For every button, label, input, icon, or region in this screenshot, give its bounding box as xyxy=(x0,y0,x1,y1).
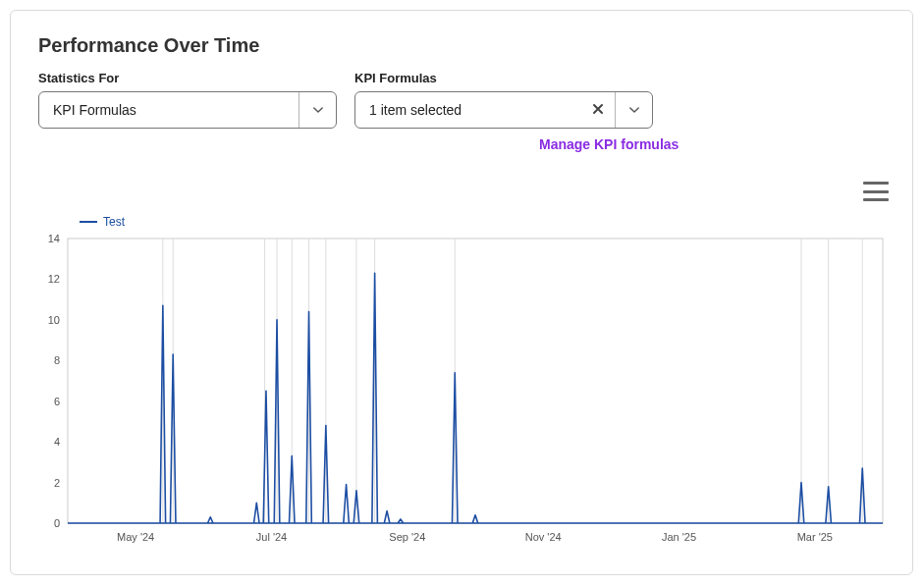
svg-text:0: 0 xyxy=(54,517,60,529)
svg-text:May '24: May '24 xyxy=(117,531,154,543)
close-icon xyxy=(592,103,604,115)
hamburger-icon xyxy=(863,182,889,185)
svg-text:12: 12 xyxy=(48,273,60,285)
chevron-down-icon xyxy=(311,103,325,117)
controls-row: Statistics For KPI Formulas KPI Formulas… xyxy=(38,71,885,129)
svg-text:4: 4 xyxy=(54,436,60,448)
manage-row: Manage KPI formulas xyxy=(38,136,885,152)
svg-text:Nov '24: Nov '24 xyxy=(525,531,562,543)
stats-for-caret[interactable] xyxy=(299,92,336,128)
svg-text:Sep '24: Sep '24 xyxy=(389,531,425,543)
svg-text:10: 10 xyxy=(48,314,60,326)
chart-menu-button[interactable] xyxy=(863,182,889,201)
kpi-formulas-value: 1 item selected xyxy=(355,102,581,118)
svg-rect-0 xyxy=(68,239,883,523)
stats-for-group: Statistics For KPI Formulas xyxy=(38,71,337,129)
legend-swatch xyxy=(80,221,97,223)
svg-text:6: 6 xyxy=(54,396,60,407)
kpi-formulas-select[interactable]: 1 item selected xyxy=(354,91,653,129)
stats-for-value: KPI Formulas xyxy=(39,102,299,118)
stats-for-label: Statistics For xyxy=(38,71,337,85)
stats-for-select[interactable]: KPI Formulas xyxy=(38,91,337,129)
kpi-formulas-caret[interactable] xyxy=(615,92,652,128)
card-title: Performance Over Time xyxy=(38,34,885,57)
svg-text:8: 8 xyxy=(54,354,60,366)
kpi-formulas-label: KPI Formulas xyxy=(354,71,653,85)
svg-text:14: 14 xyxy=(48,235,60,244)
kpi-formulas-clear[interactable] xyxy=(581,102,615,118)
svg-text:Jan '25: Jan '25 xyxy=(662,531,696,543)
chart-legend: Test xyxy=(80,215,125,229)
kpi-formulas-group: KPI Formulas 1 item selected xyxy=(354,71,653,129)
performance-chart: 02468101214May '24Jul '24Sep '24Nov '24J… xyxy=(38,235,887,549)
manage-kpi-link[interactable]: Manage KPI formulas xyxy=(354,136,679,152)
chevron-down-icon xyxy=(627,103,641,117)
svg-text:2: 2 xyxy=(54,477,60,489)
performance-card: Performance Over Time Statistics For KPI… xyxy=(10,10,913,575)
chart-area: 02468101214May '24Jul '24Sep '24Nov '24J… xyxy=(38,235,887,549)
svg-text:Mar '25: Mar '25 xyxy=(797,531,833,543)
legend-label: Test xyxy=(103,215,125,229)
svg-text:Jul '24: Jul '24 xyxy=(256,531,287,543)
